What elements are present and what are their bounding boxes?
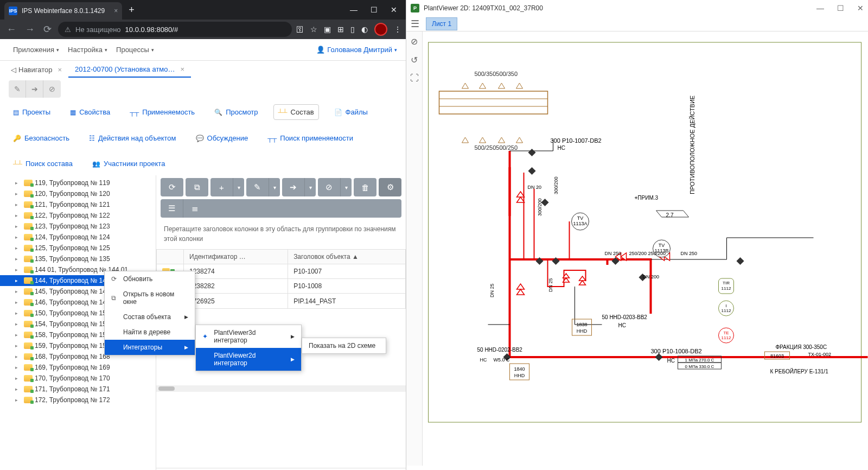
sub-pv3d[interactable]: ✦PlantViewer3d интегратор▶ bbox=[196, 325, 301, 348]
gear-icon[interactable]: ⚙ bbox=[379, 178, 401, 196]
chevron-right-icon[interactable]: ▸ bbox=[15, 213, 22, 218]
subtab-files[interactable]: 📄Файлы bbox=[330, 104, 372, 120]
dropdown-icon[interactable]: ▾ bbox=[305, 178, 316, 196]
forward-icon[interactable]: ➔ bbox=[282, 178, 305, 196]
forward-icon[interactable]: ➔ bbox=[26, 80, 43, 98]
chevron-right-icon[interactable]: ▸ bbox=[15, 376, 22, 381]
tree-item[interactable]: ▸171, Трубопровод № 171 bbox=[0, 384, 156, 395]
star-icon[interactable]: ☆ bbox=[310, 25, 317, 34]
subtab-apply-search[interactable]: ┬┬Поиск применяемости bbox=[263, 131, 358, 145]
panel-icon[interactable]: ▯ bbox=[350, 25, 355, 34]
subtab-projects[interactable]: ▤Проекты bbox=[9, 104, 55, 120]
menu-icon[interactable]: ⋮ bbox=[394, 25, 401, 34]
edit-icon[interactable]: ✎ bbox=[9, 80, 26, 98]
chevron-right-icon[interactable]: ▸ bbox=[15, 365, 22, 370]
extension-icon[interactable]: ⊞ bbox=[337, 25, 344, 34]
horizontal-scrollbar[interactable] bbox=[156, 385, 406, 392]
sub-pv2d[interactable]: PlantViewer2d интегратор▶ bbox=[196, 348, 301, 371]
subtab-props[interactable]: ▦Свойства bbox=[66, 104, 114, 120]
close-icon[interactable]: × bbox=[181, 65, 185, 73]
minimize-icon[interactable]: — bbox=[350, 5, 358, 14]
back-icon[interactable]: ← bbox=[4, 22, 18, 37]
user-menu[interactable]: 👤 Голованов Дмитрий ▾ bbox=[316, 46, 397, 54]
tree-item[interactable]: ▸120, Трубопровод № 120 bbox=[0, 188, 156, 199]
chevron-right-icon[interactable]: ▸ bbox=[15, 289, 22, 294]
chevron-right-icon[interactable]: ▸ bbox=[15, 234, 22, 240]
add-icon[interactable]: + bbox=[210, 178, 233, 196]
list-view-icon[interactable]: ☰ bbox=[161, 199, 183, 218]
tree-item[interactable]: ▸121, Трубопровод № 121 bbox=[0, 199, 156, 210]
close-window-icon[interactable]: ✕ bbox=[391, 5, 397, 14]
subtab-security[interactable]: 🔑Безопасность bbox=[9, 131, 74, 145]
dropdown-icon[interactable]: ▾ bbox=[233, 178, 244, 196]
ctx-refresh[interactable]: ⟳Обновить bbox=[105, 271, 195, 287]
subtab-apply[interactable]: ┬┬Применяемость bbox=[125, 104, 199, 120]
chevron-right-icon[interactable]: ▸ bbox=[15, 245, 22, 251]
edit-icon[interactable]: ✎ bbox=[246, 178, 269, 196]
close-icon[interactable]: × bbox=[58, 66, 62, 74]
ctx-open-new[interactable]: ⧉Открыть в новом окне bbox=[105, 287, 195, 309]
search-icon[interactable]: ⊘ bbox=[409, 36, 420, 47]
fullscreen-icon[interactable]: ⛶ bbox=[409, 73, 420, 84]
close-window-icon[interactable]: ✕ bbox=[857, 4, 864, 12]
delete-icon[interactable]: 🗑 bbox=[354, 178, 376, 196]
subtab-discussion[interactable]: 💬Обсуждение bbox=[192, 131, 253, 145]
tree-item[interactable]: ▸125, Трубопровод № 125 bbox=[0, 243, 156, 253]
chevron-right-icon[interactable]: ▸ bbox=[15, 278, 22, 283]
chevron-right-icon[interactable]: ▸ bbox=[15, 191, 22, 196]
rotate-icon[interactable]: ↺ bbox=[409, 54, 420, 65]
apps-menu[interactable]: Приложения bbox=[9, 46, 63, 54]
cancel-icon[interactable]: ⊘ bbox=[318, 178, 341, 196]
reload-icon[interactable]: ⟳ bbox=[41, 21, 54, 37]
maximize-icon[interactable]: ☐ bbox=[837, 4, 844, 12]
col-title[interactable]: Заголовок объекта ▲ bbox=[288, 250, 406, 264]
ctx-composition[interactable]: Состав объекта▶ bbox=[105, 309, 195, 325]
tree-item[interactable]: ▸124, Трубопровод № 124 bbox=[0, 232, 156, 243]
dropdown-icon[interactable]: ▾ bbox=[341, 178, 352, 196]
new-tab-button[interactable]: + bbox=[129, 4, 135, 16]
settings-menu[interactable]: Настройка bbox=[63, 46, 112, 54]
forward-icon[interactable]: → bbox=[23, 22, 37, 37]
refresh-icon[interactable]: ⟳ bbox=[161, 178, 183, 196]
close-icon[interactable]: × bbox=[114, 7, 118, 15]
pv-canvas[interactable]: 500/350500/350 500/250500/250 bbox=[423, 31, 868, 470]
chevron-right-icon[interactable]: ▸ bbox=[15, 310, 22, 316]
detail-view-icon[interactable]: ≣ bbox=[183, 199, 206, 218]
shield-icon[interactable]: ◐ bbox=[361, 25, 368, 34]
subtab-obj-actions[interactable]: ☷Действия над объектом bbox=[85, 131, 181, 145]
sub2-show2d[interactable]: Показать на 2D схеме bbox=[302, 338, 386, 353]
open-external-icon[interactable]: ⧉ bbox=[186, 178, 208, 196]
tree-item[interactable]: ▸170, Трубопровод № 170 bbox=[0, 373, 156, 384]
tree-item[interactable]: ▸122, Трубопровод № 122 bbox=[0, 210, 156, 221]
subtab-comp-search[interactable]: ┴┴Поиск состава bbox=[9, 156, 77, 171]
chevron-right-icon[interactable]: ▸ bbox=[15, 180, 22, 186]
tab-navigator[interactable]: ◁ Навигатор × bbox=[4, 62, 68, 77]
chevron-right-icon[interactable]: ▸ bbox=[15, 202, 22, 207]
tab-detail[interactable]: 2012-00700 (Установка атмо… × bbox=[68, 62, 191, 78]
chevron-right-icon[interactable]: ▸ bbox=[15, 224, 22, 229]
chevron-right-icon[interactable]: ▸ bbox=[15, 256, 22, 262]
dropdown-icon[interactable]: ▾ bbox=[269, 178, 280, 196]
tree-item[interactable]: ▸172, Трубопровод № 172 bbox=[0, 395, 156, 405]
cast-icon[interactable]: ▣ bbox=[324, 25, 331, 34]
cancel-icon[interactable]: ⊘ bbox=[43, 80, 61, 98]
maximize-icon[interactable]: ☐ bbox=[371, 5, 378, 14]
subtab-view[interactable]: 🔍Просмотр bbox=[210, 104, 262, 120]
key-icon[interactable]: ⚿ bbox=[296, 25, 304, 34]
sheet-tab[interactable]: Лист 1 bbox=[426, 17, 457, 30]
processes-menu[interactable]: Процессы bbox=[112, 46, 158, 54]
subtab-composition[interactable]: ┴┴Состав bbox=[273, 104, 319, 120]
chevron-right-icon[interactable]: ▸ bbox=[15, 386, 22, 392]
col-id[interactable]: Идентификатор … bbox=[184, 250, 288, 264]
chevron-right-icon[interactable]: ▸ bbox=[15, 343, 22, 348]
chevron-right-icon[interactable]: ▸ bbox=[15, 300, 22, 305]
chevron-right-icon[interactable]: ▸ bbox=[15, 332, 22, 338]
minimize-icon[interactable]: — bbox=[816, 4, 824, 12]
tree-item[interactable]: ▸119, Трубопровод № 119 bbox=[0, 177, 156, 188]
tree-item[interactable]: ▸135, Трубопровод № 135 bbox=[0, 253, 156, 264]
ctx-integrators[interactable]: Интеграторы▶ bbox=[105, 340, 195, 355]
chevron-right-icon[interactable]: ▸ bbox=[15, 397, 22, 403]
browser-tab[interactable]: IPS IPS Webinterface 8.0.1.1429 × bbox=[4, 2, 122, 20]
chevron-right-icon[interactable]: ▸ bbox=[15, 267, 22, 272]
chevron-right-icon[interactable]: ▸ bbox=[15, 321, 22, 327]
